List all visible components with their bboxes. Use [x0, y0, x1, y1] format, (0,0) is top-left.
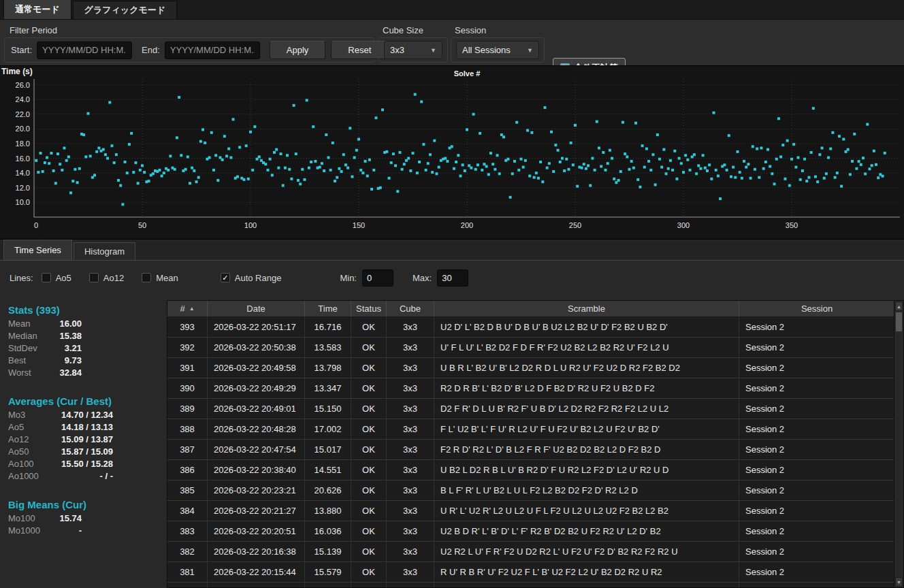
stat-value: 14.18 / 13.13: [50, 421, 113, 434]
stats-section-title: Stats (393): [0, 304, 167, 318]
stat-label: Mo100: [8, 512, 50, 525]
min-input[interactable]: [362, 270, 393, 287]
line-checkbox-ao5[interactable]: [42, 273, 51, 282]
tab-graphic-mode[interactable]: グラフィックモード: [73, 1, 177, 19]
column-header-scramble[interactable]: Scramble: [434, 301, 739, 316]
session-select[interactable]: All Sessions ▼: [456, 41, 539, 59]
tab-histogram[interactable]: Histogram: [74, 242, 135, 260]
max-input[interactable]: [437, 270, 468, 287]
table-cell: Session 2: [739, 338, 894, 357]
solves-table: #▲DateTimeStatusCubeScrambleSession 3932…: [167, 300, 903, 588]
min-label: Min:: [340, 273, 357, 283]
svg-text:24.0: 24.0: [16, 95, 30, 103]
start-date-input[interactable]: [37, 42, 132, 59]
table-row[interactable]: 3932026-03-22 20:51:1716.716OK3x3U2 D' L…: [167, 317, 903, 338]
scatter-plot: 10.012.014.016.018.020.022.024.026.00501…: [0, 66, 904, 239]
table-row[interactable]: 3892026-03-22 20:49:0115.150OK3x3D2 F R'…: [167, 399, 903, 419]
stat-value: 15.50 / 15.28: [50, 458, 113, 470]
table-cell: B L F' R' L U' B2 L U L F2 L2 B2 D2 F2 D…: [434, 480, 739, 500]
svg-text:350: 350: [786, 221, 798, 229]
svg-text:18.0: 18.0: [16, 140, 30, 148]
table-scrollbar[interactable]: ▲ ▼: [894, 300, 904, 588]
tab-normal-mode[interactable]: 通常モード: [3, 0, 71, 19]
table-cell: 13.347: [305, 378, 351, 398]
column-header-date[interactable]: Date: [208, 301, 305, 316]
table-cell: U2 B D R' L' B' D' L' F' R2 B' D2 B2 U F…: [434, 521, 739, 541]
table-cell: 388: [167, 419, 208, 439]
table-body: 3932026-03-22 20:51:1716.716OK3x3U2 D' L…: [167, 317, 903, 588]
table-cell: 387: [167, 440, 208, 459]
table-cell: 17.002: [305, 419, 351, 439]
end-date-input[interactable]: [165, 42, 260, 59]
table-cell: R2 D R B' L' B2 D' B' L2 D F B2 D' R2 U …: [434, 378, 739, 398]
table-cell: 2026-03-22 20:51:17: [208, 317, 305, 337]
svg-text:300: 300: [677, 221, 690, 229]
table-row[interactable]: 3832026-03-22 20:20:5116.036OK3x3U2 B D …: [167, 521, 903, 542]
table-row[interactable]: 3912026-03-22 20:49:5813.798OK3x3U B R L…: [167, 358, 903, 378]
cube-size-select[interactable]: 3x3 ▼: [384, 41, 442, 59]
scrollbar-thumb[interactable]: [895, 312, 903, 332]
table-row[interactable]: 3902026-03-22 20:49:2913.347OK3x3R2 D R …: [167, 378, 903, 399]
table-cell: 2026-03-22 20:20:51: [208, 521, 305, 541]
table-cell: OK: [351, 480, 387, 500]
stat-row: Mo10015.74: [0, 512, 167, 525]
table-cell: R U' R B R' U' F2 U2 F L' B' U2 F2 L2 U'…: [434, 562, 739, 582]
table-row[interactable]: 3862026-03-22 20:38:4014.551OK3x3U B2 L …: [167, 460, 903, 480]
averages-rows: Mo314.70 / 12.34Ao514.18 / 13.13Ao1215.0…: [0, 409, 167, 483]
stat-row: StdDev3.21: [0, 342, 167, 355]
apply-button[interactable]: Apply: [270, 41, 326, 59]
table-cell: 13.798: [305, 358, 351, 378]
big-means-rows: Mo10015.74Mo1000-: [0, 512, 167, 537]
stat-value: 15.87 / 15.09: [50, 446, 113, 458]
stat-value: 16.00: [50, 318, 82, 330]
table-cell: 2026-03-22 20:47:54: [208, 440, 305, 459]
column-header-num[interactable]: #▲: [167, 301, 208, 316]
column-header-session[interactable]: Session: [739, 301, 894, 316]
column-header-time[interactable]: Time: [305, 301, 351, 316]
table-row[interactable]: 3852026-03-22 20:23:2120.626OK3x3B L F' …: [167, 480, 903, 501]
table-cell: Session 2: [739, 358, 894, 378]
auto-range-checkbox[interactable]: ✓: [221, 273, 230, 282]
column-header-cube[interactable]: Cube: [387, 301, 434, 316]
table-cell: Session 2: [739, 501, 894, 521]
stat-label: Mo3: [8, 409, 50, 421]
table-cell: Session 2: [739, 521, 894, 541]
table-row[interactable]: 3842026-03-22 20:21:2713.880OK3x3U R' L'…: [167, 501, 903, 521]
stat-label: Mo1000: [8, 525, 50, 537]
chevron-down-icon: ▼: [519, 47, 533, 54]
stat-row: Mo1000-: [0, 525, 167, 537]
scroll-down-arrow-icon[interactable]: ▼: [895, 577, 903, 587]
table-cell: Session 2: [739, 399, 894, 419]
tab-time-series[interactable]: Time Series: [3, 240, 72, 260]
table-cell: U2 R2 L U' F R' F2 U D2 R2 L' U F2 U' F2…: [434, 542, 739, 561]
table-cell: 2026-03-22 20:49:01: [208, 399, 305, 419]
stat-label: Worst: [8, 367, 50, 379]
chart-controls-row: Lines: Ao5Ao12Mean ✓ Auto Range Min: Max…: [0, 261, 904, 294]
table-row[interactable]: 3872026-03-22 20:47:5415.017OK3x3F2 R D'…: [167, 440, 903, 460]
stat-value: 9.73: [50, 355, 82, 367]
stat-value: 14.70 / 12.34: [50, 409, 113, 421]
line-checkbox-label: Ao5: [56, 273, 71, 283]
table-cell: Session 2: [739, 378, 894, 398]
session-value: All Sessions: [462, 45, 511, 55]
table-cell: 3x3: [387, 542, 434, 561]
table-cell: 2026-03-22 20:21:27: [208, 501, 305, 521]
table-cell: 15.017: [305, 440, 351, 459]
table-cell: OK: [351, 501, 387, 521]
table-cell: 2026-03-22 20:49:29: [208, 378, 305, 398]
line-checkbox-mean[interactable]: [142, 273, 151, 282]
table-row[interactable]: 3922026-03-22 20:50:3813.583OK3x3U' F L …: [167, 338, 903, 358]
table-row-partial[interactable]: [167, 583, 903, 588]
table-cell: 3x3: [387, 419, 434, 439]
table-row[interactable]: 3812026-03-22 20:15:4415.579OK3x3R U' R …: [167, 562, 903, 583]
stats-sidebar: Stats (393) Mean16.00Median15.38StdDev3.…: [0, 294, 167, 588]
table-cell: 16.036: [305, 521, 351, 541]
column-header-status[interactable]: Status: [351, 301, 387, 316]
table-cell: 383: [167, 521, 208, 541]
table-cell: 2026-03-22 20:16:38: [208, 542, 305, 561]
scroll-up-arrow-icon[interactable]: ▲: [895, 301, 903, 311]
table-row[interactable]: 3822026-03-22 20:16:3815.139OK3x3U2 R2 L…: [167, 542, 903, 562]
table-row[interactable]: 3882026-03-22 20:48:2817.002OK3x3F L' U2…: [167, 419, 903, 440]
table-cell: 3x3: [387, 399, 434, 419]
line-checkbox-ao12[interactable]: [89, 273, 99, 282]
